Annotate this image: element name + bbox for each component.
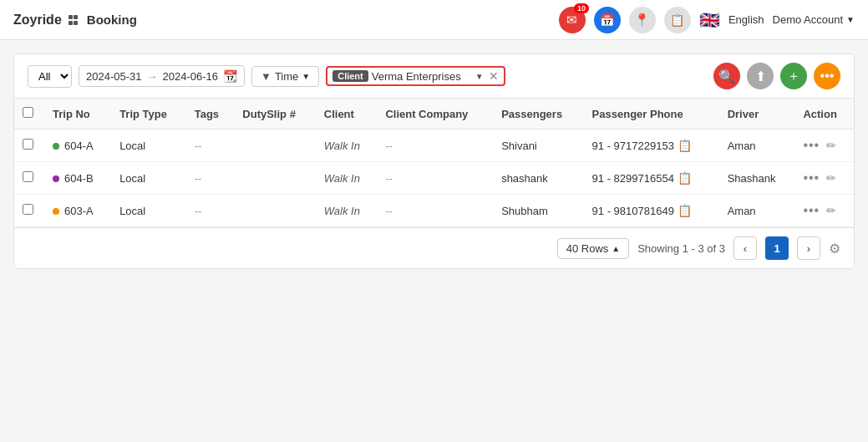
- calendar-picker-icon: 📆: [223, 69, 237, 83]
- row-action: ••• ✏: [794, 130, 854, 162]
- date-from: 2024-05-31: [86, 70, 142, 83]
- search-button[interactable]: 🔍: [713, 63, 740, 89]
- content-area: All 2024-05-31 → 2024-06-16 📆 ▼ Time ▼: [0, 40, 868, 282]
- copy-phone-icon[interactable]: 📋: [678, 171, 692, 185]
- table-body: 604-A Local -- Walk In -- Shivani 91 - 9…: [14, 130, 854, 227]
- date-to: 2024-06-16: [163, 70, 219, 83]
- row-passenger-phone: 91 - 8299716554 📋: [584, 162, 719, 195]
- edit-icon[interactable]: ✏: [826, 204, 836, 217]
- row-checkbox[interactable]: [23, 204, 33, 215]
- row-driver: Aman: [719, 130, 795, 162]
- topnav-right: ✉ 10 📅 📍 📋 🇬: [559, 7, 855, 33]
- client-filter-dropdown[interactable]: Verma Enterprises ▼: [372, 70, 484, 83]
- row-trip-no: 604-B: [44, 162, 111, 195]
- edit-icon[interactable]: ✏: [826, 139, 836, 152]
- row-trip-type: Local: [111, 162, 186, 195]
- date-range-separator: →: [147, 70, 158, 83]
- col-client-company: Client Company: [377, 99, 493, 130]
- map-nav-icon[interactable]: 📍: [629, 7, 656, 33]
- email-nav-icon[interactable]: ✉ 10: [559, 7, 586, 33]
- bookings-table-container: Trip No Trip Type Tags DutySlip # Client…: [14, 99, 854, 228]
- trip-status-dot: [53, 208, 59, 215]
- time-filter-label: Time: [275, 70, 298, 83]
- time-filter-button[interactable]: ▼ Time ▼: [251, 66, 319, 87]
- row-passengers: Shivani: [493, 130, 583, 162]
- row-client: Walk In: [316, 162, 378, 195]
- table-header-row: Trip No Trip Type Tags DutySlip # Client…: [14, 99, 854, 130]
- client-filter-value: Verma Enterprises: [372, 70, 472, 83]
- copy-phone-icon[interactable]: 📋: [678, 204, 692, 217]
- row-passenger-phone: 91 - 9810781649 📋: [584, 195, 719, 227]
- col-dutyslip: DutySlip #: [234, 99, 315, 130]
- main-card: All 2024-05-31 → 2024-06-16 📆 ▼ Time ▼: [13, 53, 855, 269]
- filter-all-select[interactable]: All: [28, 65, 72, 88]
- row-client-company: --: [377, 162, 493, 195]
- page-heading: Booking: [87, 13, 137, 27]
- add-button[interactable]: ＋: [780, 63, 807, 89]
- row-dutyslip: [234, 130, 315, 162]
- row-driver: Aman: [719, 195, 795, 227]
- prev-page-button[interactable]: ‹: [733, 236, 757, 260]
- client-dropdown-chevron-icon: ▼: [475, 72, 484, 81]
- row-client: Walk In: [316, 130, 378, 162]
- client-filter-box: Client Verma Enterprises ▼ ✕: [326, 66, 505, 86]
- page-wrapper: Zoyride Booking ✉ 10 📅: [0, 0, 868, 442]
- row-checkbox-cell[interactable]: [14, 195, 44, 227]
- client-filter-close-icon[interactable]: ✕: [489, 69, 499, 83]
- table-row: 604-A Local -- Walk In -- Shivani 91 - 9…: [14, 130, 854, 162]
- edit-icon[interactable]: ✏: [826, 171, 836, 185]
- grid-dot: [69, 21, 73, 25]
- rows-per-page-button[interactable]: 40 Rows ▲: [557, 238, 629, 259]
- col-trip-no: Trip No: [44, 99, 111, 130]
- trip-status-dot: [53, 175, 59, 182]
- col-passengers: Passengers: [493, 99, 583, 130]
- client-filter-tag: Client: [332, 70, 368, 82]
- row-driver: Shashank: [719, 162, 795, 195]
- col-driver: Driver: [719, 99, 795, 130]
- calendar-nav-icon[interactable]: 📅: [594, 7, 621, 33]
- action-more-icon[interactable]: •••: [803, 203, 820, 217]
- current-page-button[interactable]: 1: [765, 236, 789, 260]
- account-label: Demo Account: [773, 13, 844, 26]
- table-settings-icon[interactable]: ⚙: [829, 241, 840, 257]
- next-page-button[interactable]: ›: [797, 236, 820, 260]
- more-button[interactable]: •••: [814, 63, 840, 89]
- document-icon[interactable]: 📋: [664, 7, 691, 33]
- select-all-checkbox[interactable]: [23, 107, 33, 118]
- account-button[interactable]: Demo Account ▼: [773, 13, 855, 26]
- topnav: Zoyride Booking ✉ 10 📅: [0, 0, 868, 40]
- row-dutyslip: [234, 195, 315, 227]
- row-client: Walk In: [316, 195, 378, 227]
- row-checkbox[interactable]: [23, 171, 33, 182]
- pagination-bar: 40 Rows ▲ Showing 1 - 3 of 3 ‹ 1 › ⚙: [14, 228, 854, 268]
- row-checkbox-cell[interactable]: [14, 130, 44, 162]
- calendar-icon[interactable]: 📅: [594, 7, 621, 33]
- col-tags: Tags: [186, 99, 235, 130]
- row-tags: --: [186, 130, 235, 162]
- row-trip-type: Local: [111, 195, 186, 227]
- upload-button[interactable]: ⬆: [747, 63, 774, 89]
- date-range-picker[interactable]: 2024-05-31 → 2024-06-16 📆: [79, 65, 245, 87]
- trip-status-dot: [53, 143, 59, 150]
- row-trip-no: 603-A: [44, 195, 111, 227]
- grid-icon: [69, 15, 77, 25]
- map-icon[interactable]: 📍: [629, 7, 656, 33]
- row-dutyslip: [234, 162, 315, 195]
- copy-phone-icon[interactable]: 📋: [678, 139, 692, 152]
- col-passenger-phone: Passenger Phone: [584, 99, 719, 130]
- account-chevron-icon: ▼: [846, 15, 855, 24]
- row-trip-type: Local: [111, 130, 186, 162]
- row-tags: --: [186, 195, 235, 227]
- filter-icon: ▼: [261, 70, 272, 83]
- action-more-icon[interactable]: •••: [803, 170, 820, 185]
- select-all-header[interactable]: [14, 99, 44, 130]
- col-trip-type: Trip Type: [111, 99, 186, 130]
- email-badge: 10: [574, 3, 589, 13]
- action-more-icon[interactable]: •••: [803, 138, 820, 152]
- row-client-company: --: [377, 130, 493, 162]
- time-filter-chevron-icon: ▼: [302, 72, 310, 81]
- row-checkbox-cell[interactable]: [14, 162, 44, 195]
- showing-text: Showing 1 - 3 of 3: [637, 242, 725, 255]
- document-nav-icon[interactable]: 📋: [664, 7, 691, 33]
- row-checkbox[interactable]: [23, 139, 33, 150]
